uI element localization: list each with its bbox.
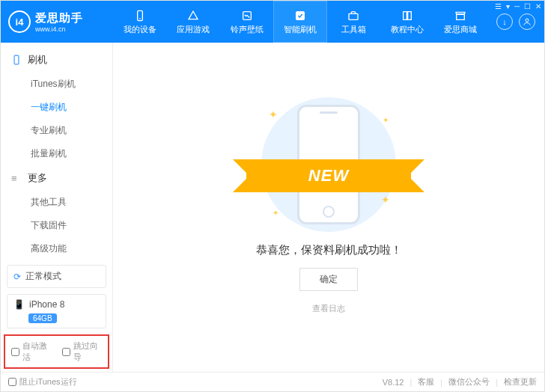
- menu-icon[interactable]: ☰: [495, 2, 502, 10]
- flash-icon: [293, 9, 307, 22]
- checkbox[interactable]: [62, 348, 70, 356]
- nav-flash[interactable]: 智能刷机: [273, 1, 326, 43]
- nav-label: 铃声壁纸: [231, 24, 264, 35]
- skip-guide-checkbox[interactable]: 跳过向导: [62, 340, 103, 363]
- sidebar-item-oneclick-flash[interactable]: 一键刷机: [1, 96, 112, 119]
- sidebar: 刷机 iTunes刷机 一键刷机 专业刷机 批量刷机 ≡ 更多 其他工具 下载固…: [1, 43, 113, 372]
- nav-tutorials[interactable]: 教程中心: [380, 1, 433, 43]
- new-ribbon: NEW: [246, 159, 411, 192]
- sidebar-section-more: ≡ 更多: [1, 165, 112, 191]
- nav-toolbox[interactable]: 工具箱: [327, 1, 380, 43]
- block-itunes-checkbox[interactable]: 阻止iTunes运行: [8, 376, 77, 388]
- svg-rect-0: [137, 10, 142, 20]
- nav-label: 爱思商城: [444, 24, 477, 35]
- main-content: NEW ✦ ✦ ✦ ✦ 恭喜您，保资料刷机成功啦！ 确定 查看日志: [113, 43, 544, 372]
- options-highlight: 自动激活 跳过向导: [4, 334, 109, 369]
- more-icon: ≡: [11, 173, 23, 184]
- ok-button[interactable]: 确定: [299, 268, 358, 291]
- label: 阻止iTunes运行: [19, 376, 77, 388]
- phone-icon: [11, 55, 23, 65]
- sidebar-item-advanced[interactable]: 高级功能: [1, 237, 112, 259]
- version-label: V8.12: [383, 378, 404, 387]
- status-bar: 阻止iTunes运行 V8.12 | 客服 | 微信公众号 | 检查更新: [1, 372, 544, 391]
- device-name: iPhone 8: [29, 299, 64, 310]
- nav-my-device[interactable]: 我的设备: [113, 1, 166, 43]
- minimize-icon[interactable]: ─: [514, 2, 520, 10]
- label: 跳过向导: [73, 340, 103, 363]
- svg-rect-6: [14, 55, 19, 64]
- wallpaper-icon: [240, 9, 254, 22]
- nav-label: 智能刷机: [284, 24, 317, 35]
- logo-url: www.i4.cn: [35, 25, 83, 33]
- label: 自动激活: [22, 340, 52, 363]
- checkbox[interactable]: [11, 348, 19, 356]
- device-mode[interactable]: ⟳ 正常模式: [7, 265, 106, 288]
- wechat-link[interactable]: 微信公众号: [448, 376, 490, 388]
- separator: |: [409, 378, 412, 387]
- app-header: i4 爱思助手 www.i4.cn 我的设备 应用游戏 铃声壁纸 智能刷机: [1, 1, 544, 43]
- logo: i4 爱思助手 www.i4.cn: [1, 1, 113, 43]
- section-title: 更多: [28, 171, 47, 185]
- close-icon[interactable]: ✕: [535, 2, 541, 10]
- toolbox-icon: [347, 9, 360, 22]
- sidebar-item-other-tools[interactable]: 其他工具: [1, 191, 112, 214]
- support-link[interactable]: 客服: [418, 376, 434, 388]
- separator: |: [440, 378, 442, 387]
- apps-icon: [186, 9, 200, 22]
- top-nav: 我的设备 应用游戏 铃声壁纸 智能刷机 工具箱 教程中心: [113, 1, 487, 43]
- mode-label: 正常模式: [25, 270, 61, 283]
- nav-ringtones[interactable]: 铃声壁纸: [220, 1, 273, 43]
- phone-icon: [133, 9, 147, 22]
- download-button[interactable]: ↓: [496, 13, 513, 30]
- star-icon: ✦: [383, 116, 389, 124]
- section-title: 刷机: [28, 53, 47, 67]
- update-link[interactable]: 检查更新: [504, 376, 537, 388]
- window-controls: ☰ ▾ ─ ☐ ✕: [495, 2, 541, 10]
- account-button[interactable]: [519, 13, 535, 30]
- svg-rect-4: [349, 13, 358, 19]
- svg-point-5: [526, 19, 529, 22]
- star-icon: ✦: [272, 209, 278, 217]
- maximize-icon[interactable]: ☐: [524, 2, 531, 10]
- store-icon: [454, 9, 467, 22]
- sidebar-item-itunes-flash[interactable]: iTunes刷机: [1, 73, 112, 96]
- nav-apps[interactable]: 应用游戏: [166, 1, 219, 43]
- svg-rect-3: [296, 11, 305, 20]
- sidebar-item-batch-flash[interactable]: 批量刷机: [1, 142, 112, 165]
- success-message: 恭喜您，保资料刷机成功啦！: [256, 243, 402, 257]
- refresh-icon: ⟳: [13, 272, 21, 282]
- sidebar-item-download-firmware[interactable]: 下载固件: [1, 214, 112, 237]
- device-icon: 📱: [13, 299, 25, 310]
- logo-badge: i4: [8, 10, 31, 33]
- nav-store[interactable]: 爱思商城: [434, 1, 487, 43]
- logo-title: 爱思助手: [35, 11, 83, 25]
- star-icon: ✦: [269, 108, 278, 120]
- device-info[interactable]: 📱 iPhone 8 64GB: [7, 294, 106, 328]
- storage-badge: 64GB: [28, 313, 57, 323]
- book-icon: [401, 9, 414, 22]
- nav-label: 工具箱: [341, 24, 366, 35]
- sidebar-item-pro-flash[interactable]: 专业刷机: [1, 119, 112, 142]
- star-icon: ✦: [381, 194, 390, 206]
- auto-activate-checkbox[interactable]: 自动激活: [11, 340, 52, 363]
- checkbox[interactable]: [8, 378, 16, 386]
- success-illustration: NEW ✦ ✦ ✦ ✦: [254, 94, 404, 236]
- nav-label: 我的设备: [124, 24, 156, 35]
- nav-label: 应用游戏: [177, 24, 210, 35]
- view-log-link[interactable]: 查看日志: [312, 303, 345, 314]
- sidebar-section-flash: 刷机: [1, 47, 112, 73]
- nav-label: 教程中心: [391, 24, 424, 35]
- separator: |: [496, 378, 498, 387]
- pin-icon[interactable]: ▾: [506, 2, 510, 10]
